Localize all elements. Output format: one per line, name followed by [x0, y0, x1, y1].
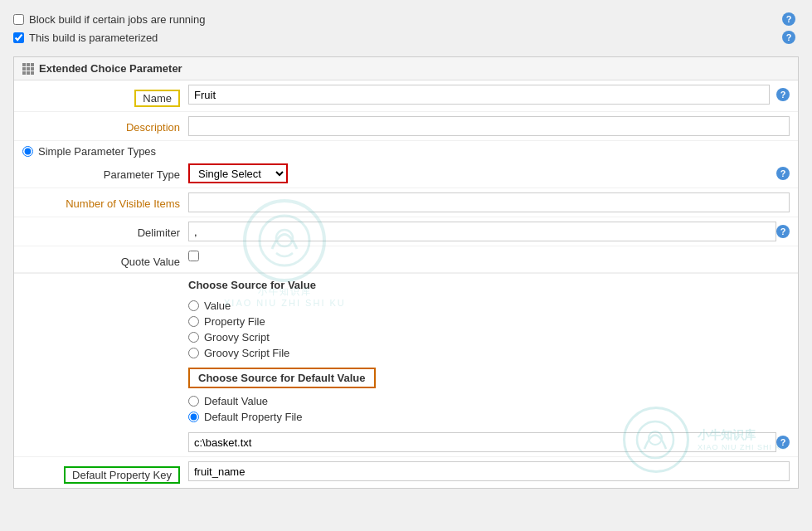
description-input[interactable]	[188, 116, 790, 136]
name-help-icon[interactable]: ?	[776, 88, 790, 101]
choose-source-default-title: Choose Source for Default Value	[188, 368, 376, 388]
quote-value-row: Quote Value	[14, 246, 798, 273]
default-property-file-input[interactable]	[188, 432, 776, 452]
delimiter-label-cell: Delimiter	[22, 222, 188, 239]
delimiter-label: Delimiter	[138, 227, 180, 239]
param-title-text: Extended Choice Parameter	[39, 62, 182, 75]
default-property-key-label-cell: Default Property Key	[22, 461, 188, 484]
default-value-radio-row: Default Value	[188, 393, 790, 409]
default-property-file-path-cell: ?	[188, 432, 790, 452]
choose-source-default-radios: Default Value Default Property File	[14, 390, 798, 428]
quote-value-checkbox[interactable]	[188, 251, 199, 261]
default-property-file-radio[interactable]	[188, 412, 199, 422]
delimiter-input[interactable]	[188, 222, 776, 241]
groovy-script-radio-row: Groovy Script	[188, 329, 790, 345]
value-radio-label: Value	[204, 300, 231, 312]
visible-items-input[interactable]	[188, 192, 790, 212]
name-input[interactable]	[188, 85, 770, 105]
choose-source-value-radios: Value Property File Groovy Script Groovy…	[14, 295, 798, 364]
groovy-script-radio[interactable]	[188, 332, 199, 343]
visible-items-input-cell	[188, 192, 790, 212]
parameter-type-row: Parameter Type Single Select Multi Selec…	[14, 159, 798, 188]
quote-value-input-cell	[188, 251, 790, 261]
groovy-script-file-radio-label: Groovy Script File	[204, 347, 289, 359]
simple-param-label: Simple Parameter Types	[38, 145, 156, 158]
default-property-key-row: Default Property Key	[14, 457, 798, 488]
name-label-cell: Name	[22, 85, 188, 107]
simple-param-radio[interactable]	[22, 146, 33, 157]
default-value-radio[interactable]	[188, 396, 199, 407]
parameterized-label: This build is parameterized	[29, 32, 158, 44]
parameter-type-label-cell: Parameter Type	[22, 163, 188, 181]
groovy-script-radio-label: Groovy Script	[204, 331, 270, 343]
name-row: Name ?	[14, 80, 798, 112]
parameter-type-help-icon[interactable]: ?	[776, 167, 790, 180]
delimiter-row: Delimiter ?	[14, 217, 798, 246]
parameter-type-select[interactable]: Single Select Multi Select Check Boxes R…	[188, 163, 288, 183]
choose-source-value-title: Choose Source for Value	[14, 273, 798, 295]
description-row: Description	[14, 112, 798, 141]
quote-value-label: Quote Value	[121, 256, 180, 268]
property-file-radio[interactable]	[188, 316, 199, 327]
description-input-cell	[188, 116, 790, 136]
quote-value-label-cell: Quote Value	[22, 251, 188, 268]
default-property-file-help-icon[interactable]: ?	[776, 436, 790, 449]
drag-handle-icon[interactable]	[22, 63, 34, 75]
name-input-cell: ?	[188, 85, 790, 105]
visible-items-label-cell: Number of Visible Items	[22, 192, 188, 210]
block-build-checkbox[interactable]	[13, 14, 24, 25]
default-property-file-radio-label: Default Property File	[204, 411, 303, 423]
simple-param-types-row: Simple Parameter Types	[14, 141, 798, 159]
param-block-title: Extended Choice Parameter	[14, 57, 798, 80]
delimiter-input-cell: ?	[188, 222, 790, 241]
default-value-radio-label: Default Value	[204, 395, 268, 407]
visible-items-label: Number of Visible Items	[66, 197, 180, 210]
groovy-script-file-radio-row: Groovy Script File	[188, 345, 790, 361]
default-property-key-label: Default Property Key	[64, 466, 180, 484]
description-label: Description	[126, 121, 180, 134]
default-property-file-radio-row: Default Property File	[188, 409, 790, 425]
default-property-key-input-cell	[188, 461, 790, 481]
value-radio-row: Value	[188, 298, 790, 314]
parameter-type-label: Parameter Type	[104, 168, 180, 181]
name-label: Name	[134, 90, 180, 107]
visible-items-row: Number of Visible Items	[14, 188, 798, 217]
delimiter-help-icon[interactable]: ?	[776, 225, 790, 238]
parameterized-checkbox[interactable]	[13, 32, 24, 43]
description-label-cell: Description	[22, 116, 188, 134]
default-property-key-input[interactable]	[188, 461, 790, 481]
value-radio[interactable]	[188, 300, 199, 311]
block-build-help-icon[interactable]: ?	[782, 12, 795, 26]
parameter-type-input-cell: Single Select Multi Select Check Boxes R…	[188, 163, 790, 183]
property-file-radio-label: Property File	[204, 315, 265, 328]
default-property-file-path-row: ?	[14, 428, 798, 457]
block-build-label: Block build if certain jobs are running	[29, 13, 205, 26]
groovy-script-file-radio[interactable]	[188, 348, 199, 358]
param-block: Extended Choice Parameter Name ? Descrip…	[13, 56, 799, 489]
parameterized-help-icon[interactable]: ?	[782, 31, 795, 44]
property-file-radio-row: Property File	[188, 314, 790, 329]
